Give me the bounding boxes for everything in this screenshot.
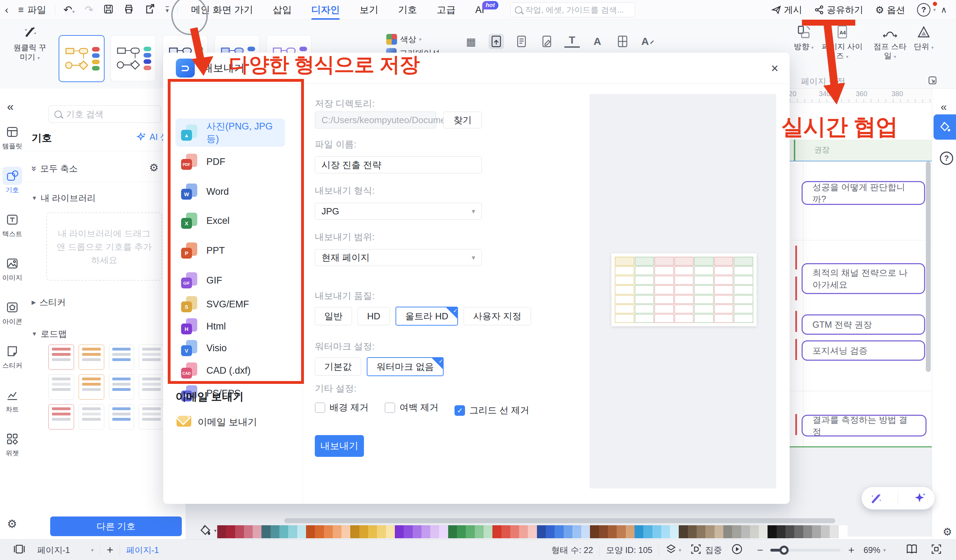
color-swatch[interactable]: [448, 525, 457, 538]
snap-tool-icon[interactable]: [489, 34, 504, 49]
page-tool-icon[interactable]: [514, 34, 529, 49]
print-icon[interactable]: [124, 4, 134, 16]
tool-jump-style[interactable]: 점프 스타일 ▾: [870, 25, 910, 61]
roadmap-template-thumbnail[interactable]: [138, 404, 164, 429]
page-tab[interactable]: 페이지-1: [126, 544, 159, 556]
watermark-워터마크 없음[interactable]: 워터마크 없음✓: [367, 357, 443, 376]
color-swatch[interactable]: [421, 525, 430, 538]
color-swatch[interactable]: [519, 525, 528, 538]
pages-panel-icon[interactable]: [13, 544, 25, 557]
tool-orientation[interactable]: 방향 ▾: [791, 25, 816, 52]
color-swatch[interactable]: [741, 525, 750, 538]
options-button[interactable]: ⚙ 옵션: [875, 4, 905, 16]
zoom-level[interactable]: 69%: [863, 545, 880, 555]
color-swatch[interactable]: [794, 525, 803, 538]
quality-HD[interactable]: HD: [358, 307, 390, 325]
color-swatch[interactable]: [288, 525, 297, 538]
color-swatch[interactable]: [510, 525, 519, 538]
color-swatch[interactable]: [528, 525, 536, 538]
fit-screen-icon[interactable]: [931, 544, 942, 557]
redo-icon[interactable]: ↷: [85, 5, 93, 15]
ai-wand-button[interactable]: [869, 492, 883, 505]
global-search-input[interactable]: 작업, 에셋, 가이드를 검색...: [510, 2, 635, 17]
collapse-all-button[interactable]: » 모두 축소: [31, 163, 77, 175]
collapse-panel-icon[interactable]: «: [7, 100, 14, 113]
layers-icon[interactable]: [665, 544, 677, 557]
color-swatch[interactable]: [368, 525, 377, 538]
canvas-settings-gear-icon[interactable]: ⚙: [943, 525, 952, 538]
export-share-icon[interactable]: [144, 3, 156, 17]
quality-사용자 지정[interactable]: 사용자 지정: [464, 307, 531, 325]
color-swatch[interactable]: [537, 525, 546, 538]
quality-울트라 HD[interactable]: 울트라 HD✓: [396, 307, 458, 326]
color-swatch[interactable]: [279, 525, 288, 538]
color-swatch[interactable]: [670, 525, 679, 538]
share-button[interactable]: 공유하기: [814, 4, 863, 16]
color-swatch[interactable]: [475, 525, 484, 538]
color-swatch[interactable]: [235, 525, 244, 538]
send-email-item[interactable]: 이메일 보내기: [198, 416, 257, 428]
color-swatch[interactable]: [616, 525, 626, 538]
publish-button[interactable]: 게시: [771, 4, 802, 16]
fill-panel-tab[interactable]: [934, 114, 956, 140]
undo-icon[interactable]: ↶▾: [63, 5, 75, 15]
focus-label[interactable]: 집중: [705, 544, 722, 556]
checkbox-여백 제거[interactable]: 여백 제거: [385, 401, 438, 414]
roadmap-template-thumbnail[interactable]: [109, 374, 134, 400]
roadmap-template-thumbnail[interactable]: [109, 344, 134, 370]
color-swatch[interactable]: [439, 525, 448, 538]
file-menu[interactable]: ≡파일: [18, 5, 46, 15]
color-swatch[interactable]: [502, 525, 510, 538]
my-library-section[interactable]: ▼ 내 라이브러리: [31, 192, 96, 204]
sidebar-item-이미지[interactable]: 이미지: [0, 254, 25, 282]
color-swatch[interactable]: [599, 525, 608, 538]
font-icon[interactable]: A: [590, 34, 605, 49]
color-swatch[interactable]: [377, 525, 386, 538]
grid-icon[interactable]: ▦: [463, 34, 479, 49]
color-swatch[interactable]: [767, 525, 776, 538]
sidebar-item-스티커[interactable]: 스티커: [0, 342, 25, 370]
export-range-select[interactable]: 현재 페이지▾: [315, 249, 482, 266]
presentation-icon[interactable]: [731, 543, 743, 557]
color-swatch[interactable]: [661, 525, 670, 538]
color-swatch[interactable]: [581, 525, 590, 538]
checkbox-배경 제거[interactable]: 배경 제거: [315, 401, 368, 414]
roadmap-template-thumbnail[interactable]: [49, 404, 74, 429]
color-swatch[interactable]: [270, 525, 279, 538]
color-swatch[interactable]: [608, 525, 616, 538]
doc-edit-icon[interactable]: [539, 34, 555, 49]
directory-select[interactable]: C:/Users/keompyuteo/Documents▾: [315, 112, 436, 128]
zoom-slider[interactable]: [770, 549, 841, 552]
back-icon[interactable]: ‹: [5, 5, 8, 15]
roadmap-template-thumbnail[interactable]: [79, 374, 104, 400]
color-swatch[interactable]: [261, 525, 270, 538]
roadmap-template-thumbnail[interactable]: [79, 404, 104, 429]
collapse-ribbon-icon[interactable]: ∧: [940, 6, 947, 14]
color-swatch[interactable]: [750, 525, 759, 538]
color-swatch[interactable]: [492, 525, 501, 538]
symbol-search-input[interactable]: 기호 검색: [49, 105, 161, 123]
color-swatch[interactable]: [723, 525, 732, 538]
roadmap-template-thumbnail[interactable]: [79, 344, 104, 370]
vertical-scrollbar[interactable]: [926, 161, 931, 372]
color-swatch[interactable]: [785, 525, 794, 538]
color-swatch[interactable]: [679, 525, 687, 538]
color-swatch[interactable]: [466, 525, 475, 538]
color-swatch[interactable]: [430, 525, 439, 538]
export-format-select[interactable]: JPG▾: [315, 203, 482, 220]
color-swatch[interactable]: [404, 525, 412, 538]
menu-기호[interactable]: 기호: [388, 0, 427, 20]
fill-color-tool[interactable]: ▾: [199, 524, 217, 538]
color-swatch[interactable]: [315, 525, 324, 538]
horizontal-scrollbar[interactable]: [284, 518, 835, 523]
canvas-shape[interactable]: 포지셔닝 검증: [802, 340, 925, 361]
stickers-section[interactable]: ▶ 스티커: [31, 296, 66, 308]
roadmap-template-thumbnail[interactable]: [109, 404, 134, 429]
color-swatch[interactable]: [350, 525, 359, 538]
color-swatch[interactable]: [457, 525, 466, 538]
color-swatch[interactable]: [643, 525, 652, 538]
color-swatch[interactable]: [635, 525, 643, 538]
close-icon[interactable]: ×: [771, 61, 778, 76]
sidebar-item-템플릿[interactable]: 템플릿: [0, 123, 25, 151]
collapse-right-panel-icon[interactable]: «: [940, 100, 947, 113]
